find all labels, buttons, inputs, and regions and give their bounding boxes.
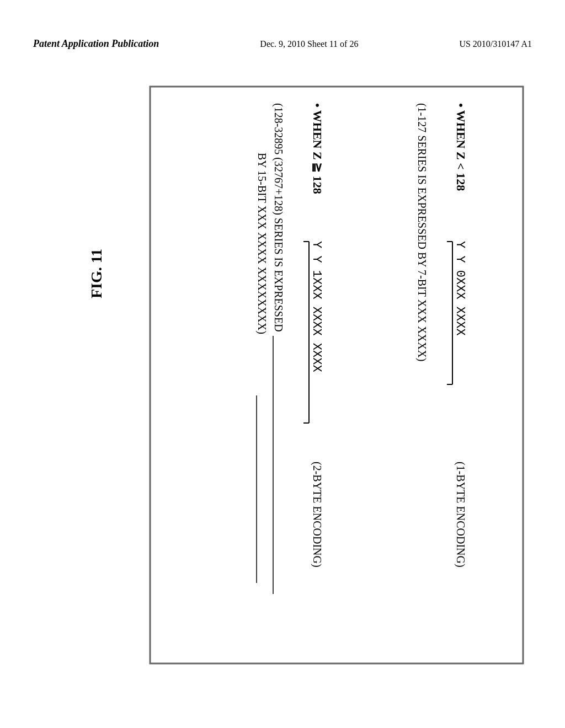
- publication-number: US 2010/310147 A1: [459, 39, 532, 49]
- svg-text:Y Y    0XXX    XXXX: Y Y 0XXX XXXX: [453, 241, 467, 336]
- figure-label: FIG. 11: [88, 249, 105, 298]
- publication-title: Patent Application Publication: [33, 38, 159, 50]
- svg-text:• WHEN  Z < 128: • WHEN Z < 128: [454, 103, 468, 191]
- diagram-box: • WHEN Z < 128 Y Y 0XXX XXXX (1-127 SERI…: [149, 85, 524, 665]
- svg-text:(2-BYTE ENCODING): (2-BYTE ENCODING): [311, 462, 323, 568]
- header: Patent Application Publication Dec. 9, 2…: [0, 38, 565, 50]
- svg-text:• WHEN  Z ≧ 128: • WHEN Z ≧ 128: [311, 103, 324, 194]
- svg-text:(1-BYTE ENCODING): (1-BYTE ENCODING): [454, 462, 467, 568]
- svg-text:Y Y    1XXX    XXXX    XXXX: Y Y 1XXX XXXX XXXX: [310, 241, 323, 372]
- svg-text:(1-127 SERIES IS EXPRESSED BY : (1-127 SERIES IS EXPRESSED BY 7-BIT XXX …: [415, 103, 428, 361]
- svg-text:BY 15-BIT XXX XXXX XXXXXXXX): BY 15-BIT XXX XXXX XXXXXXXX): [255, 153, 268, 334]
- publication-date-sheet: Dec. 9, 2010 Sheet 11 of 26: [260, 39, 358, 49]
- page: Patent Application Publication Dec. 9, 2…: [0, 0, 565, 728]
- svg-text:(128-32895 (32767+128) SERIES : (128-32895 (32767+128) SERIES IS EXPRESS…: [272, 103, 285, 332]
